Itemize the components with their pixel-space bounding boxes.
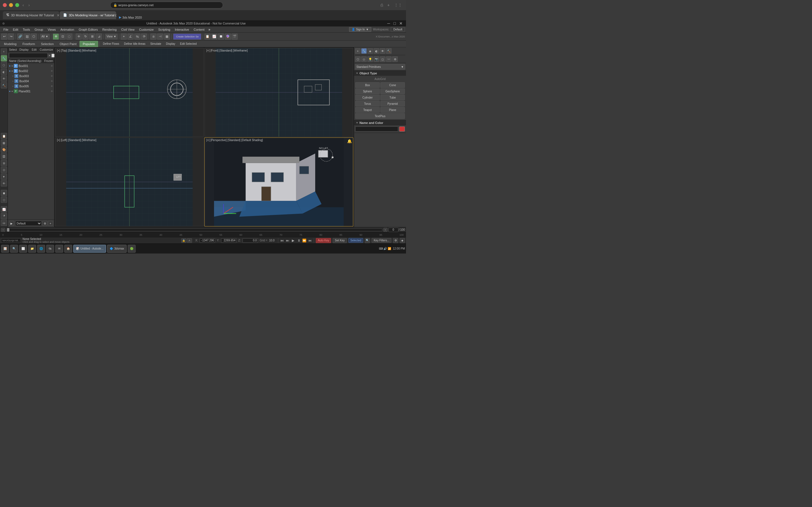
workspaces-dropdown[interactable]: Default <box>391 27 405 32</box>
display-panel-btn[interactable]: 👁 <box>380 48 386 54</box>
select-region-btn[interactable]: ⊡ <box>59 34 66 40</box>
material-editor[interactable]: 🔮 <box>225 34 231 40</box>
spacewarps-btn[interactable]: 〰 <box>386 56 392 62</box>
define-flows-btn[interactable]: Define Flows <box>101 41 121 47</box>
panel-tab-select[interactable]: Select <box>8 47 18 52</box>
redo-btn[interactable]: ↪ <box>8 34 14 40</box>
play-stop-btn[interactable]: ⏸ <box>296 238 301 243</box>
close-app-btn[interactable]: ✕ <box>398 21 404 25</box>
file-explorer-btn[interactable]: 📁 <box>28 245 36 252</box>
schematic-view[interactable]: 🔲 <box>218 34 224 40</box>
name-color-header[interactable]: ▼ Name and Color <box>354 120 406 125</box>
taskbar-app-3dsmax[interactable]: 🎲 Untitled - Autode... <box>73 245 106 252</box>
geosphere-btn[interactable]: GeoSphere <box>380 89 405 94</box>
play-btn[interactable]: ▶ <box>291 238 296 243</box>
menu-customize[interactable]: Customize <box>137 27 156 32</box>
percent-snap[interactable]: % <box>134 34 140 40</box>
list-item[interactable]: ● ● B Box001 ❄ <box>8 63 54 68</box>
material-explorer-btn[interactable]: 🎨 <box>1 147 7 153</box>
viewport-perspective[interactable]: [+] [Perspective] [Standard] [Default Sh… <box>204 137 353 226</box>
sign-in-btn[interactable]: 👤 Sign In ▼ <box>349 27 371 32</box>
edit-selected-btn[interactable]: Edit Selected <box>178 41 199 47</box>
unlink-btn[interactable]: ⛓ <box>24 34 30 40</box>
search-clear-btn[interactable]: ✕ <box>48 53 51 58</box>
align-btn[interactable]: ⊣ <box>157 34 163 40</box>
simulate-btn[interactable]: Simulate <box>148 41 163 47</box>
create-selection-btn[interactable]: Create Selection Se <box>173 34 201 40</box>
filter-icon-btn[interactable]: ⧩ <box>1 213 7 219</box>
frame-slider[interactable] <box>6 228 382 231</box>
extra-tools-1[interactable]: ⚙ <box>393 238 398 243</box>
menu-interactive[interactable]: Interactive <box>172 27 192 32</box>
filter-dropdown[interactable]: All ▼ <box>40 34 50 40</box>
hierarchy-panel-btn[interactable]: ◈ <box>367 48 373 54</box>
panel-tab-display[interactable]: Display <box>18 47 30 52</box>
new-tab-btn[interactable]: + <box>386 2 391 8</box>
layer-manager-btn[interactable]: ▦ <box>1 140 7 146</box>
frame-input[interactable]: 0 <box>389 228 398 232</box>
select-all-btn[interactable]: ◻ <box>1 196 7 203</box>
scene-explorer-btn[interactable]: 📋 <box>1 133 7 139</box>
name-field[interactable] <box>355 126 398 131</box>
angle-snap[interactable]: ∠ <box>128 34 134 40</box>
menu-tools[interactable]: Tools <box>20 27 33 32</box>
goto-start-btn[interactable]: ⏮ <box>280 238 285 243</box>
lights-btn[interactable]: 💡 <box>367 56 373 62</box>
forward-btn[interactable]: › <box>28 2 31 8</box>
list-item[interactable]: ● ● P Plane001 ❄ <box>8 89 54 94</box>
scale-btn[interactable]: ⊞ <box>89 34 95 40</box>
start-btn[interactable]: 🪟 <box>1 245 9 252</box>
named-sel-sets[interactable]: 📋 <box>204 34 211 40</box>
create-panel-btn[interactable]: + <box>355 48 361 54</box>
frame-next-btn[interactable]: › <box>384 228 388 232</box>
close-btn[interactable] <box>3 3 7 7</box>
cameras-btn[interactable]: 📷 <box>373 56 379 62</box>
tab-selection[interactable]: Selection <box>38 41 56 47</box>
browser-menu-btn[interactable]: ⋮⋮ <box>393 2 403 8</box>
menu-graph-editors[interactable]: Graph Editors <box>77 27 100 32</box>
scene-btn[interactable]: 🗂 <box>1 220 7 226</box>
frame-prev-btn[interactable]: ‹ <box>1 228 5 232</box>
y-input[interactable]: 2269.654 <box>221 238 237 243</box>
next-frame-btn[interactable]: ⏩ <box>302 238 307 243</box>
menu-civil-view[interactable]: Civil View <box>119 27 137 32</box>
cone-btn[interactable]: Cone <box>380 82 405 88</box>
lock-selection-btn[interactable]: 🔒 <box>181 238 186 243</box>
menu-animation[interactable]: Animation <box>58 27 77 32</box>
bind-to-spacewarp[interactable]: ⬡ <box>31 34 37 40</box>
place-btn[interactable]: ⊿ <box>96 34 102 40</box>
list-item[interactable]: ● ● B Box002 ❄ <box>8 68 54 73</box>
address-bar[interactable]: 🔒 wcpss-grania.cameyo.net <box>110 2 223 8</box>
motion-panel-btn[interactable]: ◐ <box>373 48 379 54</box>
menu-more[interactable]: » <box>207 27 212 32</box>
curve-editor[interactable]: 📈 <box>211 34 217 40</box>
tab-modeling[interactable]: Modeling <box>1 41 19 47</box>
motion-btn[interactable]: ◐ <box>1 69 7 75</box>
viewport-toggle-btn[interactable]: ⊞ <box>1 160 7 166</box>
define-idle-areas-btn[interactable]: Define Idle Areas <box>122 41 148 47</box>
quad-select-btn[interactable]: ◼ <box>1 190 7 196</box>
tab-populate[interactable]: Populate <box>80 41 98 47</box>
taskview-btn[interactable]: ⬜ <box>19 245 27 252</box>
modify-panel-btn[interactable]: 🔧 <box>361 48 367 54</box>
minimize-app-btn[interactable]: ─ <box>386 21 391 25</box>
cylinder-btn[interactable]: Cylinder <box>355 95 380 100</box>
plane-btn[interactable]: Plane <box>380 107 405 113</box>
link-btn[interactable]: 🔗 <box>17 34 23 40</box>
geometry-btn[interactable]: ⬡ <box>355 56 361 62</box>
extra-tools-2[interactable]: ◈ <box>400 238 405 243</box>
layer-add-btn[interactable]: + <box>48 221 53 226</box>
maximize-btn[interactable] <box>15 3 19 7</box>
create-btn[interactable]: + <box>1 48 7 55</box>
display-panel-btn[interactable]: 👁 <box>1 75 7 82</box>
box-btn[interactable]: Box <box>355 82 380 88</box>
share-btn[interactable]: ⎙ <box>379 2 384 8</box>
render-explorer-btn[interactable]: 🖼 <box>1 153 7 159</box>
select-lasso-btn[interactable]: ◌ <box>66 34 72 40</box>
viewport-front[interactable]: [+] [Front] [Standard] [Wireframe] <box>204 48 353 137</box>
menu-rendering[interactable]: Rendering <box>100 27 119 32</box>
mirror-btn[interactable]: ⧈ <box>150 34 156 40</box>
x-input[interactable]: -1347.296 <box>200 238 215 243</box>
set-key-btn[interactable]: Set Key <box>333 238 347 243</box>
layer-settings-btn[interactable]: ⚙ <box>42 221 47 226</box>
